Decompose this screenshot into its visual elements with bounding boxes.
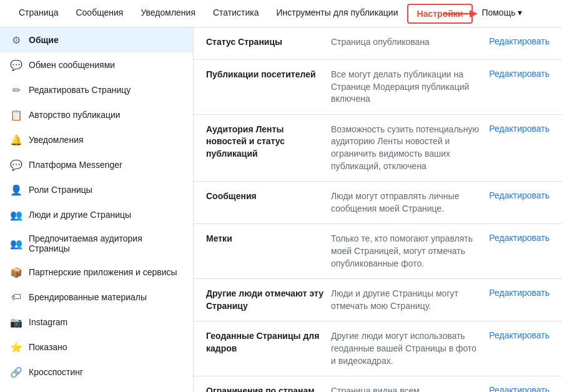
settings-row-6: Геоданные Страницы для кадров Другие люд… (194, 321, 562, 376)
row-action-1[interactable]: Редактировать (489, 69, 550, 79)
edit-link-2[interactable]: Редактировать (489, 124, 550, 134)
sidebar-item-page-roles[interactable]: 👤 Роли Страницы (0, 177, 193, 202)
row-value-6: Другие люди могут использовать геоданные… (331, 330, 489, 367)
sidebar-label-notifications: Уведомления (29, 135, 84, 145)
row-value-5: Люди и другие Страницы могут отмечать мо… (331, 288, 489, 312)
settings-row-5: Другие люди отмечают эту Страницу Люди и… (194, 279, 562, 321)
settings-content: Статус Страницы Страница опубликована Ре… (194, 27, 562, 392)
sidebar-label-featured: Показано (29, 342, 67, 352)
authorship-icon: 📋 (10, 109, 22, 121)
sidebar-label-instagram: Instagram (29, 317, 67, 327)
settings-row-1: Публикации посетителей Все могут делать … (194, 60, 562, 115)
edit-icon: ✏ (10, 84, 22, 96)
row-value-1: Все могут делать публикации на Странице … (331, 69, 489, 105)
sidebar-label-edit-page: Редактировать Страницу (29, 85, 131, 95)
sidebar-item-messaging[interactable]: 💬 Обмен сообщениями (0, 52, 193, 77)
edit-link-6[interactable]: Редактировать (489, 330, 550, 340)
sidebar-label-partner-apps: Партнерские приложения и сервисы (29, 267, 177, 277)
settings-row-0: Статус Страницы Страница опубликована Ре… (194, 27, 562, 60)
bell-icon: 🔔 (10, 134, 22, 146)
apps-icon: 📦 (10, 266, 22, 278)
row-title-1: Публикации посетителей (206, 69, 331, 81)
messaging-icon: 💬 (10, 59, 22, 71)
instagram-icon: 📷 (10, 316, 22, 328)
row-title-4: Метки (206, 233, 331, 245)
row-value-0: Страница опубликована (331, 36, 489, 49)
messenger-icon: 💬 (10, 159, 22, 171)
nav-item-help[interactable]: Помощь ▾ (473, 0, 531, 27)
sidebar-item-preferred-audience[interactable]: 👥 Предпочитаемая аудитория Страницы (0, 227, 193, 260)
sidebar-label-people-pages: Люди и другие Страницы (29, 210, 131, 220)
nav-item-page[interactable]: Страница (10, 0, 67, 27)
sidebar-item-crossposting[interactable]: 🔗 Кросспостинг (0, 360, 193, 385)
nav-item-messages[interactable]: Сообщения (67, 0, 132, 27)
sidebar: ⚙ Общие 💬 Обмен сообщениями ✏ Редактиров… (0, 27, 194, 392)
sidebar-item-authorship[interactable]: 📋 Авторство публикации (0, 102, 193, 127)
settings-row-3: Сообщения Люди могут отправлять личные с… (194, 182, 562, 224)
sidebar-item-page-support-inbox[interactable]: f Page Support Inbox (0, 385, 193, 392)
row-title-5: Другие люди отмечают эту Страницу (206, 288, 331, 312)
gear-icon: ⚙ (10, 34, 22, 46)
row-action-7[interactable]: Редактировать (489, 385, 550, 392)
row-value-4: Только те, кто помогают управлять моей С… (331, 233, 489, 270)
sidebar-item-branded[interactable]: 🏷 Брендированные материалы (0, 285, 193, 310)
person-icon: 👤 (10, 184, 22, 196)
sidebar-label-page-roles: Роли Страницы (29, 185, 92, 195)
sidebar-item-featured[interactable]: ⭐ Показано (0, 335, 193, 360)
sidebar-item-edit-page[interactable]: ✏ Редактировать Страницу (0, 77, 193, 102)
sidebar-item-notifications[interactable]: 🔔 Уведомления (0, 127, 193, 152)
nav-arrow-annotation (443, 7, 481, 21)
sidebar-item-messenger[interactable]: 💬 Платформа Messenger (0, 152, 193, 177)
nav-item-notifications[interactable]: Уведомления (132, 0, 204, 27)
nav-item-stats[interactable]: Статистика (204, 0, 268, 27)
row-title-2: Аудитория Ленты новостей и статус публик… (206, 124, 331, 160)
people-icon: 👥 (10, 208, 22, 221)
sidebar-item-partner-apps[interactable]: 📦 Партнерские приложения и сервисы (0, 260, 193, 285)
edit-link-4[interactable]: Редактировать (489, 233, 550, 243)
nav-item-publishing-tools[interactable]: Инструменты для публикации (268, 0, 407, 27)
row-action-3[interactable]: Редактировать (489, 190, 550, 200)
sidebar-item-general[interactable]: ⚙ Общие (0, 27, 193, 52)
sidebar-label-general: Общие (29, 35, 59, 45)
settings-row-4: Метки Только те, кто помогают управлять … (194, 224, 562, 279)
row-action-2[interactable]: Редактировать (489, 124, 550, 134)
main-layout: ⚙ Общие 💬 Обмен сообщениями ✏ Редактиров… (0, 27, 562, 392)
row-title-3: Сообщения (206, 190, 331, 203)
svg-marker-1 (470, 10, 478, 17)
row-title-7: Ограничения по странам (206, 385, 331, 392)
sidebar-label-authorship: Авторство публикации (29, 110, 121, 120)
row-title-6: Геоданные Страницы для кадров (206, 330, 331, 355)
sidebar-label-branded: Брендированные материалы (29, 292, 147, 302)
row-action-5[interactable]: Редактировать (489, 288, 550, 298)
tag-icon: 🏷 (10, 291, 22, 303)
row-action-6[interactable]: Редактировать (489, 330, 550, 340)
row-value-2: Возможность сузить потенциальную аудитор… (331, 124, 489, 172)
edit-link-3[interactable]: Редактировать (489, 190, 550, 200)
edit-link-0[interactable]: Редактировать (489, 36, 550, 46)
audience-icon: 👥 (10, 237, 22, 250)
sidebar-label-messenger: Платформа Messenger (29, 160, 122, 170)
edit-link-5[interactable]: Редактировать (489, 288, 550, 298)
sidebar-label-messaging: Обмен сообщениями (29, 60, 115, 70)
sidebar-label-preferred-audience: Предпочитаемая аудитория Страницы (29, 233, 183, 253)
row-action-4[interactable]: Редактировать (489, 233, 550, 243)
star-icon: ⭐ (10, 341, 22, 353)
settings-row-2: Аудитория Ленты новостей и статус публик… (194, 115, 562, 182)
top-navigation: Страница Сообщения Уведомления Статистик… (0, 0, 562, 27)
crosspost-icon: 🔗 (10, 366, 22, 378)
edit-link-7[interactable]: Редактировать (489, 385, 550, 392)
sidebar-item-instagram[interactable]: 📷 Instagram (0, 310, 193, 335)
edit-link-1[interactable]: Редактировать (489, 69, 550, 79)
sidebar-label-crossposting: Кросспостинг (29, 367, 83, 377)
row-value-3: Люди могут отправлять личные сообщения м… (331, 190, 489, 215)
row-value-7: Страница видна всем. (331, 385, 489, 392)
row-action-0[interactable]: Редактировать (489, 36, 550, 46)
settings-row-7: Ограничения по странам Страница видна вс… (194, 376, 562, 392)
settings-rows-container: Статус Страницы Страница опубликована Ре… (194, 27, 562, 392)
row-title-0: Статус Страницы (206, 36, 331, 49)
sidebar-item-people-pages[interactable]: 👥 Люди и другие Страницы (0, 202, 193, 227)
